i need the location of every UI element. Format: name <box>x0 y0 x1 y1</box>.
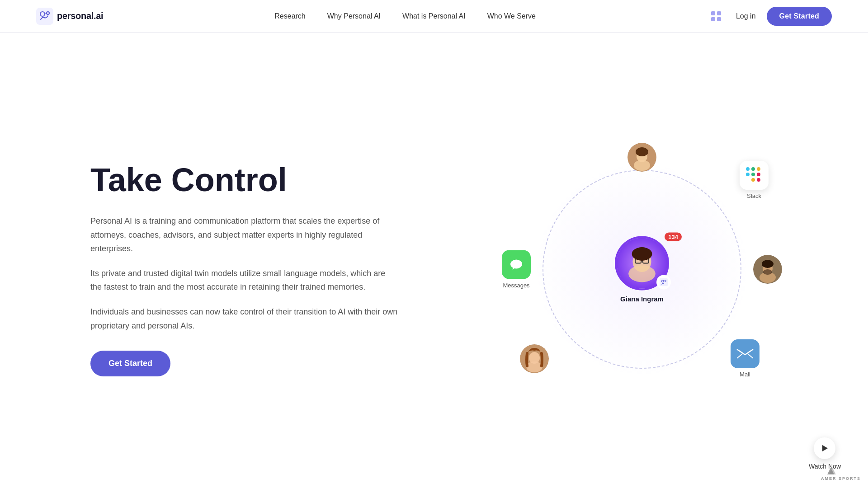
svg-rect-35 <box>736 347 754 360</box>
svg-rect-25 <box>746 167 750 171</box>
svg-rect-28 <box>751 178 755 182</box>
svg-point-34 <box>763 269 772 275</box>
watch-play-button[interactable] <box>814 437 835 459</box>
svg-point-33 <box>762 260 774 268</box>
svg-rect-22 <box>746 173 750 176</box>
grid-icon-button[interactable] <box>707 7 725 25</box>
nav-link-research[interactable]: Research <box>274 12 305 20</box>
logo-text: personal.ai <box>57 11 103 21</box>
hero-description-2: Its private and trusted digital twin mod… <box>90 267 398 294</box>
center-badge-icon <box>656 275 671 290</box>
main-content: Take Control Personal AI is a training a… <box>0 33 868 488</box>
amer-sports-text: AMER SPORTS <box>821 476 861 481</box>
navbar: personal.ai Research Why Personal AI Wha… <box>0 0 868 33</box>
svg-rect-5 <box>717 11 721 15</box>
slack-logo-svg <box>745 166 763 184</box>
orbit-person-right <box>753 255 782 284</box>
svg-marker-44 <box>822 445 828 451</box>
nav-link-what[interactable]: What is Personal AI <box>402 12 466 20</box>
svg-rect-7 <box>717 17 721 21</box>
hero-description-1: Personal AI is a training and communicat… <box>90 214 398 256</box>
svg-rect-27 <box>757 178 760 182</box>
nav-links: Research Why Personal AI What is Persona… <box>274 12 536 20</box>
amer-sports-logo: AMER SPORTS <box>821 467 861 481</box>
svg-point-10 <box>628 265 656 282</box>
hero-content: Take Control Personal AI is a training a… <box>90 162 398 376</box>
messages-icon-svg <box>508 256 525 273</box>
person-bottom-left-svg <box>520 344 549 373</box>
nav-actions: Log in Get Started <box>707 7 832 26</box>
diagram: 134 Giana Ingram <box>506 134 778 405</box>
login-link[interactable]: Log in <box>736 12 756 20</box>
svg-rect-4 <box>711 11 715 15</box>
svg-point-20 <box>634 160 650 171</box>
center-person-name: Giana Ingram <box>620 295 664 303</box>
orbit-slack: Slack <box>740 161 769 199</box>
svg-rect-15 <box>660 278 668 286</box>
svg-rect-24 <box>751 173 755 176</box>
messages-label: Messages <box>503 282 529 289</box>
mail-icon-svg <box>736 347 754 360</box>
slack-label: Slack <box>747 192 761 199</box>
hero-title: Take Control <box>90 162 398 198</box>
orbit-messages: Messages <box>502 250 531 289</box>
logo-icon <box>36 8 53 25</box>
mail-label: Mail <box>740 371 750 378</box>
svg-rect-0 <box>36 8 53 25</box>
play-icon <box>821 444 829 452</box>
get-started-hero-button[interactable]: Get Started <box>90 351 170 376</box>
orbit-person-bottom-left <box>520 344 549 373</box>
person-top-svg <box>627 143 656 172</box>
center-message-count: 134 <box>665 233 682 241</box>
person-right-svg <box>753 255 782 284</box>
person-avatar-right <box>753 255 782 284</box>
amer-sports-svg <box>827 467 854 476</box>
center-avatar-wrapper: 134 <box>615 236 669 291</box>
slack-icon-box <box>740 161 769 190</box>
messages-icon-box <box>502 250 531 279</box>
svg-point-40 <box>526 361 542 372</box>
svg-rect-6 <box>711 17 715 21</box>
get-started-nav-button[interactable]: Get Started <box>767 7 832 26</box>
person-avatar-bottom-left <box>520 344 549 373</box>
nav-link-who[interactable]: Who We Serve <box>487 12 536 20</box>
logo-link[interactable]: personal.ai <box>36 8 103 25</box>
hero-description-3: Individuals and businesses can now take … <box>90 305 398 333</box>
svg-point-21 <box>636 147 648 156</box>
diagram-center: 134 Giana Ingram <box>615 236 669 303</box>
svg-rect-26 <box>757 173 760 176</box>
svg-rect-29 <box>757 167 760 171</box>
watch-now-widget[interactable]: Watch Now <box>809 437 841 470</box>
grid-icon <box>710 10 722 23</box>
mail-icon-box <box>731 339 760 368</box>
orbit-mail: Mail <box>731 339 760 378</box>
svg-point-14 <box>632 247 652 261</box>
person-avatar-top <box>627 143 656 172</box>
nav-link-why[interactable]: Why Personal AI <box>327 12 381 20</box>
svg-line-3 <box>44 14 47 14</box>
svg-rect-23 <box>751 167 755 171</box>
svg-point-42 <box>510 260 522 269</box>
personal-ai-badge <box>660 278 668 286</box>
orbit-person-top <box>627 143 656 172</box>
